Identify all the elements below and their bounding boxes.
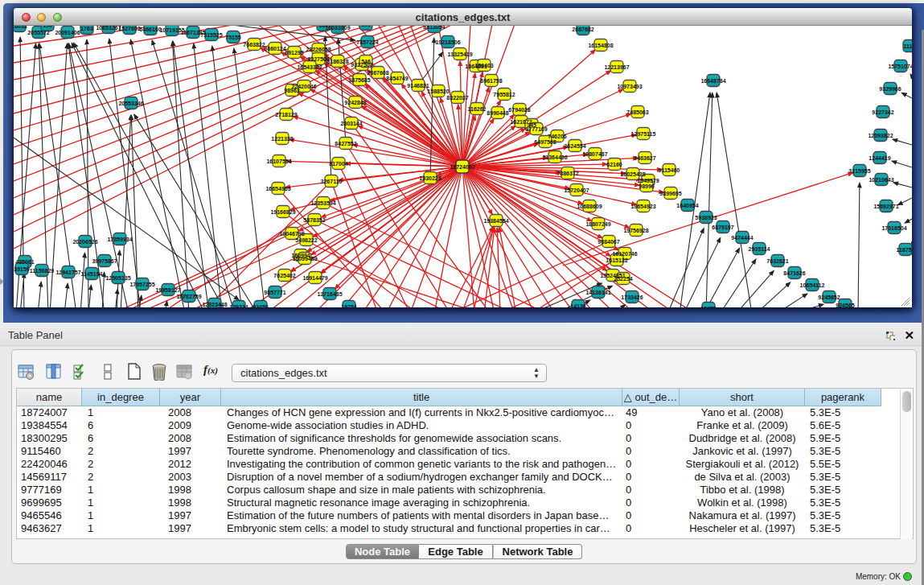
svg-text:7663822: 7663822 bbox=[243, 42, 265, 47]
svg-text:16754: 16754 bbox=[341, 304, 357, 308]
svg-text:13716485: 13716485 bbox=[317, 291, 342, 297]
svg-text:13325419: 13325419 bbox=[447, 51, 472, 57]
svg-text:1830228: 1830228 bbox=[419, 175, 441, 181]
svg-text:546: 546 bbox=[361, 59, 371, 64]
svg-text:924565: 924565 bbox=[836, 303, 854, 308]
svg-text:62160: 62160 bbox=[606, 162, 622, 167]
svg-text:14136: 14136 bbox=[570, 303, 586, 308]
svg-text:116262: 116262 bbox=[468, 106, 487, 112]
svg-text:1549579: 1549579 bbox=[637, 178, 659, 183]
svg-text:1588520: 1588520 bbox=[427, 89, 449, 94]
svg-text:19384554: 19384554 bbox=[483, 218, 508, 224]
svg-text:16120746: 16120746 bbox=[612, 251, 637, 257]
svg-text:9115460: 9115460 bbox=[659, 167, 680, 173]
svg-text:116753: 116753 bbox=[897, 247, 912, 253]
svg-text:6879197: 6879197 bbox=[712, 225, 733, 230]
svg-text:16107554: 16107554 bbox=[266, 159, 291, 164]
svg-text:19958127: 19958127 bbox=[155, 287, 180, 293]
svg-text:2803144: 2803144 bbox=[340, 121, 362, 126]
svg-text:746206: 746206 bbox=[548, 134, 566, 139]
svg-text:19218506: 19218506 bbox=[435, 39, 460, 45]
svg-text:39975867: 39975867 bbox=[92, 258, 117, 264]
svg-text:2687682: 2687682 bbox=[572, 27, 593, 32]
svg-text:7386372: 7386372 bbox=[556, 171, 578, 176]
svg-text:1117: 1117 bbox=[904, 43, 912, 49]
svg-text:10653267: 10653267 bbox=[96, 26, 121, 31]
svg-text:12353594: 12353594 bbox=[310, 200, 335, 206]
svg-text:12093822: 12093822 bbox=[868, 133, 893, 138]
svg-text:8990448: 8990448 bbox=[487, 110, 508, 116]
svg-text:10807487: 10807487 bbox=[582, 151, 607, 157]
svg-text:12213967: 12213967 bbox=[604, 64, 629, 70]
svg-text:3215955: 3215955 bbox=[848, 168, 870, 174]
svg-text:19166829: 19166829 bbox=[270, 209, 295, 215]
svg-text:6466160: 6466160 bbox=[139, 27, 161, 32]
svg-text:8813054: 8813054 bbox=[423, 26, 445, 30]
svg-text:12923448: 12923448 bbox=[202, 302, 227, 307]
svg-text:1244419: 1244419 bbox=[869, 155, 890, 161]
svg-text:435061: 435061 bbox=[15, 259, 34, 265]
svg-text:39159: 39159 bbox=[14, 266, 30, 272]
svg-text:8660124: 8660124 bbox=[264, 46, 285, 51]
svg-text:9242848: 9242848 bbox=[344, 100, 366, 105]
svg-text:11156829: 11156829 bbox=[30, 268, 54, 274]
svg-text:9146821: 9146821 bbox=[407, 83, 429, 89]
svg-text:16033: 16033 bbox=[14, 26, 27, 29]
svg-text:817004: 817004 bbox=[329, 161, 347, 167]
svg-text:14136141: 14136141 bbox=[585, 290, 610, 295]
svg-text:16654965: 16654965 bbox=[265, 186, 290, 192]
svg-text:10025438: 10025438 bbox=[620, 171, 645, 177]
svg-text:9245652: 9245652 bbox=[818, 295, 840, 300]
svg-text:10210643: 10210643 bbox=[869, 177, 893, 183]
svg-text:92450: 92450 bbox=[253, 304, 269, 308]
svg-text:16782759: 16782759 bbox=[176, 294, 201, 299]
svg-text:6497568: 6497568 bbox=[534, 139, 556, 145]
svg-text:9777169: 9777169 bbox=[525, 126, 547, 132]
svg-text:7625402: 7625402 bbox=[273, 273, 295, 278]
svg-text:1527602: 1527602 bbox=[118, 26, 140, 31]
svg-text:15751074: 15751074 bbox=[888, 64, 912, 69]
svg-text:16543382: 16543382 bbox=[297, 64, 322, 70]
svg-text:75155: 75155 bbox=[225, 35, 241, 40]
svg-text:1145194: 1145194 bbox=[81, 271, 103, 277]
svg-text:7515525: 7515525 bbox=[200, 32, 222, 38]
svg-text:10973493: 10973493 bbox=[617, 84, 642, 89]
svg-text:3875685: 3875685 bbox=[348, 77, 370, 83]
svg-text:9329966: 9329966 bbox=[879, 86, 901, 92]
svg-text:12975115: 12975115 bbox=[631, 131, 656, 137]
svg-text:19756928: 19756928 bbox=[623, 228, 648, 233]
svg-text:9857771: 9857771 bbox=[264, 290, 285, 295]
svg-text:5498222: 5498222 bbox=[295, 237, 317, 243]
svg-text:8454749: 8454749 bbox=[386, 76, 408, 81]
svg-text:881: 881 bbox=[361, 26, 371, 27]
svg-text:1763: 1763 bbox=[80, 26, 93, 31]
svg-text:20206526: 20206526 bbox=[72, 239, 97, 245]
svg-text:3267110: 3267110 bbox=[321, 179, 343, 184]
svg-text:15692971: 15692971 bbox=[873, 204, 898, 209]
svg-text:7485063: 7485063 bbox=[626, 109, 648, 115]
svg-text:7632621: 7632621 bbox=[766, 258, 788, 264]
svg-text:18807249: 18807249 bbox=[585, 221, 610, 227]
svg-text:7955812: 7955812 bbox=[493, 92, 515, 97]
svg-text:9474444: 9474444 bbox=[731, 235, 753, 241]
svg-text:12942757: 12942757 bbox=[55, 270, 80, 275]
svg-text:17359934: 17359934 bbox=[107, 237, 132, 242]
svg-text:2055572: 2055572 bbox=[27, 30, 49, 35]
svg-text:9463627: 9463627 bbox=[634, 155, 655, 161]
svg-text:2935114: 2935114 bbox=[749, 246, 770, 252]
svg-text:6961758: 6961758 bbox=[480, 78, 502, 84]
svg-text:891295: 891295 bbox=[285, 50, 303, 56]
svg-text:16033809: 16033809 bbox=[325, 26, 350, 31]
svg-text:9899695: 9899695 bbox=[659, 191, 681, 196]
svg-text:1733426: 1733426 bbox=[621, 295, 643, 300]
svg-text:16914479: 16914479 bbox=[302, 275, 327, 281]
svg-text:5878352: 5878352 bbox=[303, 217, 325, 223]
svg-text:17957255: 17957255 bbox=[129, 282, 154, 287]
svg-text:8322037: 8322037 bbox=[446, 95, 468, 101]
svg-text:21364436: 21364436 bbox=[542, 154, 567, 160]
svg-text:16648784: 16648784 bbox=[700, 78, 725, 84]
svg-text:6794028: 6794028 bbox=[508, 107, 530, 113]
svg-text:7857224: 7857224 bbox=[356, 39, 378, 45]
svg-text:19654923: 19654923 bbox=[630, 204, 655, 209]
svg-text:98963: 98963 bbox=[284, 88, 300, 93]
